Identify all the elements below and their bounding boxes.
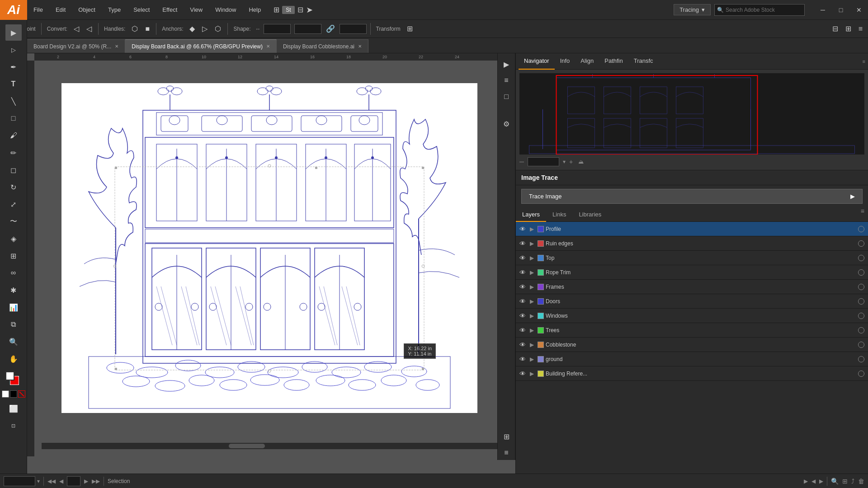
link-icon[interactable]: 🔗 [323, 23, 338, 35]
pencil-tool[interactable]: ✏ [5, 145, 22, 161]
panel-tab-links[interactable]: Links [546, 207, 572, 222]
none-swatch[interactable] [18, 390, 25, 398]
brush-tool[interactable]: 🖌 [5, 127, 22, 144]
layer-row-9[interactable]: 👁 ▶ ground [516, 352, 868, 366]
mesh-tool[interactable]: ⊞ [5, 248, 22, 264]
slice-tool[interactable]: ⧉ [5, 316, 22, 333]
search-status-icon[interactable]: 🔍 [831, 478, 839, 485]
maximize-button[interactable]: □ [832, 0, 850, 20]
white-swatch[interactable] [2, 390, 9, 398]
tab-2[interactable]: Display Board Cobblestone.ai ✕ [277, 39, 368, 53]
warp-tool[interactable]: 〜 [5, 213, 22, 230]
layer-expand-9[interactable]: ▶ [528, 356, 536, 362]
handles-btn-1[interactable]: ⬡ [129, 23, 141, 35]
height-input[interactable]: 12 in [294, 24, 321, 34]
layer-row-6[interactable]: 👁 ▶ Windows [516, 309, 868, 323]
page-input[interactable]: 1 [67, 476, 80, 486]
convert-btn-1[interactable]: ◁ [71, 23, 82, 35]
layer-row-5[interactable]: 👁 ▶ Doors [516, 294, 868, 309]
tab-info[interactable]: Info [555, 53, 576, 70]
layer-target-6[interactable] [858, 313, 864, 319]
workspace-icon[interactable]: ⊟ [297, 5, 303, 14]
scroll-right-status-icon[interactable]: ▶ [819, 478, 823, 484]
panel-tab-libraries[interactable]: Libraries [572, 207, 608, 222]
layer-visibility-10[interactable]: 👁 [518, 370, 528, 377]
layer-visibility-3[interactable]: 👁 [518, 269, 528, 276]
layer-expand-10[interactable]: ▶ [528, 371, 536, 377]
play-icon[interactable]: ▶ [499, 57, 514, 71]
layer-visibility-7[interactable]: 👁 [518, 327, 528, 334]
artboard-tool-btn[interactable]: ⊡ [5, 418, 22, 434]
object-panel-icon[interactable]: ⊞ [499, 429, 514, 444]
scale-tool[interactable]: ⤢ [5, 196, 22, 212]
layer-target-10[interactable] [858, 371, 864, 377]
menu-help[interactable]: Help [242, 0, 267, 20]
layer-visibility-0[interactable]: 👁 [518, 225, 528, 233]
layer-expand-3[interactable]: ▶ [528, 269, 536, 276]
hand-tool[interactable]: ✋ [5, 351, 22, 367]
symbol-tool[interactable]: ✱ [5, 282, 22, 298]
minimize-button[interactable]: ─ [814, 0, 832, 20]
layer-visibility-5[interactable]: 👁 [518, 298, 528, 305]
layer-expand-7[interactable]: ▶ [528, 327, 536, 333]
menu-edit[interactable]: Edit [49, 0, 72, 20]
layer-visibility-1[interactable]: 👁 [518, 240, 528, 247]
arrange-btn-2[interactable]: ⊞ [843, 23, 854, 35]
eraser-tool[interactable]: ◻ [5, 162, 22, 178]
width-input[interactable]: 22 in [264, 24, 291, 34]
page-back-icon[interactable]: ◀ [59, 478, 63, 484]
type-tool[interactable]: T [5, 76, 22, 92]
layer-visibility-6[interactable]: 👁 [518, 312, 528, 319]
layer-expand-0[interactable]: ▶ [528, 226, 536, 232]
tab-0[interactable]: Board Design V2.ai @ 50% (R... ✕ [27, 39, 125, 53]
canvas-viewport[interactable]: X: 16.22 in Y: 11.14 in [34, 61, 508, 449]
layer-row-7[interactable]: 👁 ▶ Trees [516, 323, 868, 338]
layer-target-0[interactable] [858, 226, 864, 232]
layer-target-4[interactable] [858, 284, 864, 290]
arrange-btn-1[interactable]: ⊟ [830, 23, 841, 35]
panel-menu-icon[interactable]: ≡ [863, 59, 865, 64]
convert-btn-2[interactable]: ◁ [84, 23, 94, 35]
zoom-tool[interactable]: 🔍 [5, 333, 22, 350]
gpu-status-icon[interactable]: ⊞ [842, 478, 848, 485]
black-swatch[interactable] [10, 390, 17, 398]
navigator-preview[interactable] [519, 73, 864, 155]
layer-expand-5[interactable]: ▶ [528, 298, 536, 305]
layer-row-2[interactable]: 👁 ▶ Top [516, 251, 868, 265]
layer-target-1[interactable] [858, 240, 864, 247]
layer-target-9[interactable] [858, 356, 864, 362]
hamburger-icon[interactable]: ≡ [499, 73, 514, 88]
anchors-btn-1[interactable]: ◆ [187, 23, 198, 35]
tab-1-close[interactable]: ✕ [266, 44, 270, 49]
zoom-in-icon[interactable]: + [569, 158, 573, 165]
tab-transform[interactable]: Transfc [628, 53, 659, 70]
menu-window[interactable]: Window [209, 0, 242, 20]
search-stock-input[interactable] [714, 4, 805, 16]
rotate-tool[interactable]: ↻ [5, 179, 22, 195]
rect-tool[interactable]: □ [5, 110, 22, 127]
libraries-icon[interactable]: ⊞ [274, 5, 279, 14]
horizontal-scroll-thumb[interactable] [229, 444, 265, 448]
layer-target-7[interactable] [858, 327, 864, 333]
tracing-dropdown[interactable]: Tracing ▾ [674, 4, 711, 15]
menu-view[interactable]: View [184, 0, 209, 20]
line-tool[interactable]: ╲ [5, 93, 22, 109]
menu-effect[interactable]: Effect [156, 0, 184, 20]
layer-row-1[interactable]: 👁 ▶ Ruin edges [516, 236, 868, 251]
screen-mode-btn[interactable]: ⬜ [5, 400, 22, 417]
pen-tool[interactable]: ✒ [5, 59, 22, 75]
layer-expand-8[interactable]: ▶ [528, 342, 536, 348]
layer-row-3[interactable]: 👁 ▶ Rope Trim [516, 265, 868, 280]
arrange-btn-3[interactable]: ≡ [856, 23, 865, 35]
layer-visibility-8[interactable]: 👁 [518, 341, 528, 348]
layer-visibility-2[interactable]: 👁 [518, 254, 528, 262]
fill-stroke-swatches[interactable] [5, 371, 22, 388]
arrange-icon[interactable]: ≡ [499, 446, 514, 460]
menu-select[interactable]: Select [127, 0, 156, 20]
status-zoom-chevron[interactable]: ▾ [37, 478, 40, 484]
fill-swatch[interactable] [5, 371, 14, 380]
layer-row-0[interactable]: 👁 ▶ Profile [516, 222, 868, 236]
gradient-tool[interactable]: ◈ [5, 230, 22, 247]
layer-expand-2[interactable]: ▶ [528, 255, 536, 261]
page-last-icon[interactable]: ▶▶ [92, 478, 100, 484]
